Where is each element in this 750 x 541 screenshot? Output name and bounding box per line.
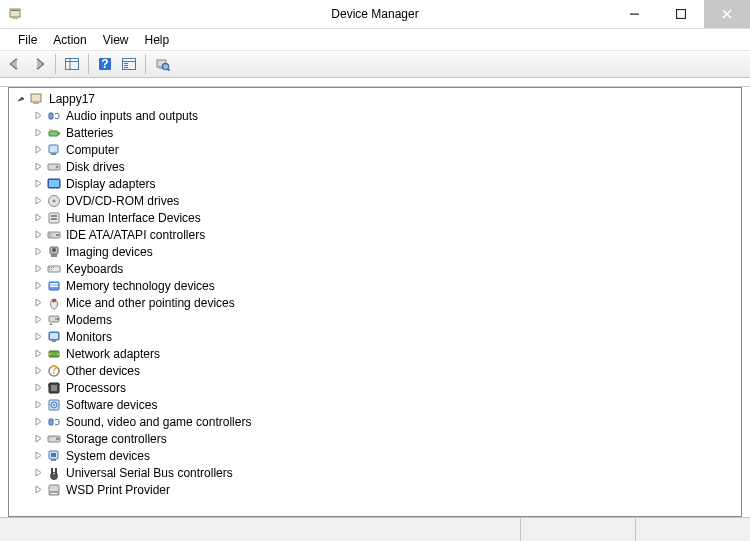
- expand-icon[interactable]: [30, 210, 46, 226]
- tree-category-label: Monitors: [66, 330, 112, 344]
- menu-help[interactable]: Help: [137, 31, 178, 49]
- expand-icon[interactable]: [30, 125, 46, 141]
- expand-icon[interactable]: [30, 346, 46, 362]
- tree-category-node[interactable]: DVD/CD-ROM drives: [30, 192, 741, 209]
- svg-rect-76: [51, 459, 56, 461]
- category-icon: [46, 261, 62, 277]
- expand-icon[interactable]: [30, 108, 46, 124]
- svg-rect-40: [51, 254, 57, 257]
- tree-category-node[interactable]: Batteries: [30, 124, 741, 141]
- toolbar: ?: [0, 50, 750, 78]
- expand-icon[interactable]: [30, 278, 46, 294]
- back-button[interactable]: [4, 53, 26, 75]
- svg-point-55: [57, 318, 59, 320]
- svg-rect-74: [56, 438, 59, 440]
- tree-root-label: Lappy17: [49, 92, 95, 106]
- tree-root-node[interactable]: Lappy17: [13, 90, 741, 107]
- tree-category-node[interactable]: Audio inputs and outputs: [30, 107, 741, 124]
- svg-rect-52: [52, 299, 56, 302]
- tree-category-label: Memory technology devices: [66, 279, 215, 293]
- expand-icon[interactable]: [30, 295, 46, 311]
- properties-button[interactable]: [118, 53, 140, 75]
- svg-rect-12: [124, 63, 128, 64]
- svg-rect-14: [124, 67, 128, 68]
- tree-category-node[interactable]: Modems: [30, 311, 741, 328]
- expand-icon[interactable]: [30, 414, 46, 430]
- category-icon: ?: [46, 363, 62, 379]
- expand-icon[interactable]: [30, 431, 46, 447]
- expand-icon[interactable]: [30, 261, 46, 277]
- menu-view[interactable]: View: [95, 31, 137, 49]
- tree-category-node[interactable]: Disk drives: [30, 158, 741, 175]
- svg-rect-5: [66, 59, 79, 70]
- tree-category-node[interactable]: ? Other devices: [30, 362, 741, 379]
- expand-icon[interactable]: [30, 193, 46, 209]
- svg-rect-42: [49, 267, 50, 268]
- expand-icon[interactable]: [30, 244, 46, 260]
- svg-rect-67: [48, 386, 49, 387]
- tree-category-label: Batteries: [66, 126, 113, 140]
- status-cell: [0, 518, 520, 541]
- tree-category-node[interactable]: Network adapters: [30, 345, 741, 362]
- tree-category-node[interactable]: Imaging devices: [30, 243, 741, 260]
- tree-category-node[interactable]: Software devices: [30, 396, 741, 413]
- tree-category-node[interactable]: Monitors: [30, 328, 741, 345]
- svg-rect-44: [53, 267, 54, 268]
- scan-hardware-button[interactable]: [151, 53, 173, 75]
- maximize-button[interactable]: [658, 0, 704, 28]
- category-icon: [46, 414, 62, 430]
- minimize-button[interactable]: [612, 0, 658, 28]
- menu-action[interactable]: Action: [45, 31, 94, 49]
- tree-category-node[interactable]: Universal Serial Bus controllers: [30, 464, 741, 481]
- show-hide-tree-button[interactable]: [61, 53, 83, 75]
- expand-icon[interactable]: [30, 380, 46, 396]
- tree-category-node[interactable]: Mice and other pointing devices: [30, 294, 741, 311]
- expand-icon[interactable]: [30, 227, 46, 243]
- forward-button[interactable]: [28, 53, 50, 75]
- menu-file[interactable]: File: [10, 31, 45, 49]
- category-icon: [46, 295, 62, 311]
- svg-rect-33: [51, 215, 57, 217]
- category-icon: [46, 431, 62, 447]
- tree-category-node[interactable]: Human Interface Devices: [30, 209, 741, 226]
- category-icon: [46, 244, 62, 260]
- svg-text:?: ?: [101, 57, 108, 71]
- svg-rect-79: [49, 485, 59, 492]
- expand-icon[interactable]: [30, 448, 46, 464]
- category-icon: [46, 329, 62, 345]
- tree-category-node[interactable]: IDE ATA/ATAPI controllers: [30, 226, 741, 243]
- expand-icon[interactable]: [30, 312, 46, 328]
- svg-rect-21: [49, 113, 53, 119]
- expand-icon[interactable]: [30, 176, 46, 192]
- tree-category-node[interactable]: Processors: [30, 379, 741, 396]
- category-icon: [46, 397, 62, 413]
- category-icon: [46, 227, 62, 243]
- expand-icon[interactable]: [30, 159, 46, 175]
- help-button[interactable]: ?: [94, 53, 116, 75]
- expand-icon[interactable]: [30, 363, 46, 379]
- expand-icon[interactable]: [30, 142, 46, 158]
- expand-icon[interactable]: [30, 465, 46, 481]
- close-button[interactable]: [704, 0, 750, 28]
- category-icon: [46, 465, 62, 481]
- expand-icon[interactable]: [30, 397, 46, 413]
- device-tree[interactable]: Lappy17 Audio inputs and outputs Batteri…: [8, 87, 742, 517]
- tree-category-node[interactable]: Memory technology devices: [30, 277, 741, 294]
- tree-category-node[interactable]: Storage controllers: [30, 430, 741, 447]
- tree-category-node[interactable]: Computer: [30, 141, 741, 158]
- toolbar-strip: [0, 78, 750, 87]
- tree-category-node[interactable]: Sound, video and game controllers: [30, 413, 741, 430]
- tree-category-node[interactable]: Keyboards: [30, 260, 741, 277]
- expand-icon[interactable]: [30, 482, 46, 498]
- expand-icon[interactable]: [30, 329, 46, 345]
- collapse-icon[interactable]: [13, 91, 29, 107]
- svg-rect-58: [52, 340, 56, 342]
- svg-rect-1: [12, 17, 18, 19]
- tree-category-label: Other devices: [66, 364, 140, 378]
- svg-rect-57: [50, 333, 58, 339]
- tree-category-node[interactable]: WSD Print Provider: [30, 481, 741, 498]
- svg-text:?: ?: [50, 363, 57, 377]
- tree-category-node[interactable]: System devices: [30, 447, 741, 464]
- tree-category-node[interactable]: Display adapters: [30, 175, 741, 192]
- svg-rect-25: [51, 153, 56, 155]
